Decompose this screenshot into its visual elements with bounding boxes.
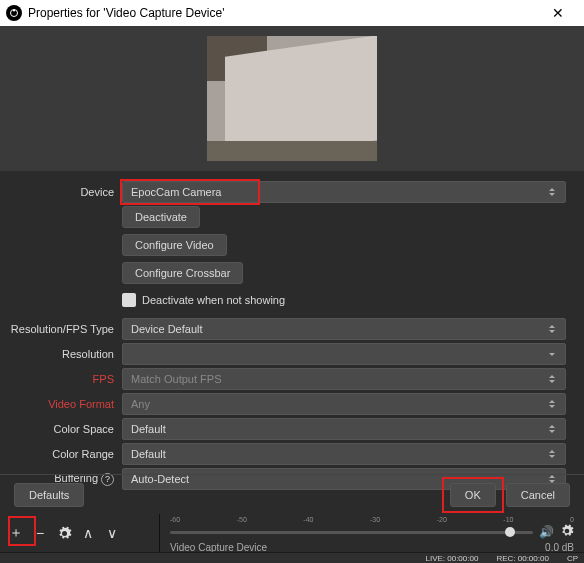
mixer-level-db: 0.0 dB — [545, 542, 574, 553]
video-format-value: Any — [131, 398, 150, 410]
statusbar: LIVE: 00:00:00 REC: 00:00:00 CP — [0, 552, 584, 563]
volume-slider[interactable] — [170, 531, 533, 534]
speaker-icon[interactable]: 🔊 — [539, 525, 554, 539]
color-space-value: Default — [131, 423, 166, 435]
chevron-updown-icon — [543, 184, 561, 200]
video-format-select[interactable]: Any — [122, 393, 566, 415]
color-range-select[interactable]: Default — [122, 443, 566, 465]
ok-button[interactable]: OK — [450, 483, 496, 507]
video-preview-area — [0, 26, 584, 171]
resolution-fps-type-label: Resolution/FPS Type — [10, 323, 122, 335]
move-up-icon[interactable]: ∧ — [80, 525, 96, 541]
chevron-updown-icon — [543, 396, 561, 412]
video-preview — [207, 36, 377, 161]
audio-mixer: -60-50-40-30-20-100 🔊 Video Capture Devi… — [160, 514, 584, 552]
vu-ticks: -60-50-40-30-20-100 — [170, 516, 574, 523]
color-range-value: Default — [131, 448, 166, 460]
add-source-icon[interactable]: ＋ — [8, 525, 24, 541]
deactivate-button[interactable]: Deactivate — [122, 206, 200, 228]
properties-form: Device EpocCam Camera Deactivate Configu… — [0, 171, 584, 499]
color-range-label: Color Range — [10, 448, 122, 460]
configure-crossbar-button[interactable]: Configure Crossbar — [122, 262, 243, 284]
chevron-updown-icon — [543, 371, 561, 387]
video-format-label: Video Format — [10, 398, 122, 410]
close-icon[interactable]: ✕ — [538, 0, 578, 26]
color-space-label: Color Space — [10, 423, 122, 435]
chevron-updown-icon — [543, 421, 561, 437]
mixer-gear-icon[interactable] — [560, 524, 574, 541]
configure-video-button[interactable]: Configure Video — [122, 234, 227, 256]
resolution-select[interactable] — [122, 343, 566, 365]
dialog-footer: Defaults OK Cancel — [0, 474, 584, 515]
defaults-button[interactable]: Defaults — [14, 483, 84, 507]
fps-label: FPS — [10, 373, 122, 385]
device-label: Device — [10, 186, 122, 198]
status-cpu: CP — [567, 554, 578, 563]
resolution-fps-type-select[interactable]: Device Default — [122, 318, 566, 340]
color-space-select[interactable]: Default — [122, 418, 566, 440]
fps-select[interactable]: Match Output FPS — [122, 368, 566, 390]
svg-point-2 — [13, 9, 15, 11]
bottom-panels: ＋ − ∧ ∨ -60-50-40-30-20-100 🔊 Video Capt… — [0, 514, 584, 552]
window-title: Properties for 'Video Capture Device' — [28, 6, 538, 20]
chevron-down-icon — [543, 346, 561, 362]
device-select[interactable]: EpocCam Camera — [122, 181, 566, 203]
fps-value: Match Output FPS — [131, 373, 221, 385]
device-value: EpocCam Camera — [131, 186, 221, 198]
chevron-updown-icon — [543, 446, 561, 462]
obs-logo-icon — [6, 5, 22, 21]
deactivate-checkbox[interactable] — [122, 293, 136, 307]
move-down-icon[interactable]: ∨ — [104, 525, 120, 541]
cancel-button[interactable]: Cancel — [506, 483, 570, 507]
resolution-label: Resolution — [10, 348, 122, 360]
status-live: LIVE: 00:00:00 — [425, 554, 478, 563]
sources-toolbar: ＋ − ∧ ∨ — [0, 514, 160, 552]
status-rec: REC: 00:00:00 — [496, 554, 548, 563]
titlebar: Properties for 'Video Capture Device' ✕ — [0, 0, 584, 26]
remove-source-icon[interactable]: − — [32, 525, 48, 541]
gear-icon[interactable] — [56, 525, 72, 541]
resolution-fps-type-value: Device Default — [131, 323, 203, 335]
chevron-updown-icon — [543, 321, 561, 337]
mixer-source-name: Video Capture Device — [170, 542, 267, 553]
deactivate-checkbox-label: Deactivate when not showing — [142, 294, 285, 306]
